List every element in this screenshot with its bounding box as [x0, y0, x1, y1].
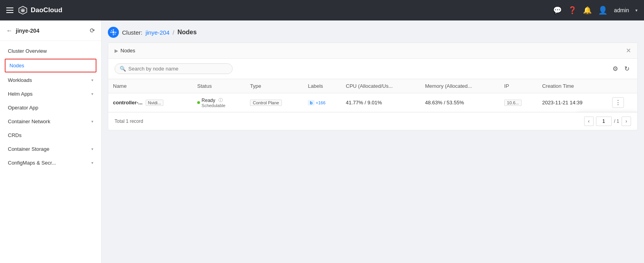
sidebar-menu: Cluster Overview Nodes Workloads ▾ Helm … [0, 41, 101, 173]
app-logo: DaoCloud [18, 6, 62, 15]
sidebar-item-label: Workloads [8, 77, 32, 83]
dropdown-menu: Check YAML Cordon GPU Mode Edit Labels E… [578, 112, 637, 112]
col-ip: IP [500, 79, 537, 93]
app-name: DaoCloud [31, 6, 62, 14]
search-bar: 🔍 ⚙ ↻ [108, 59, 637, 79]
svg-point-4 [113, 30, 114, 31]
refresh-icon[interactable]: ↻ [623, 63, 631, 74]
ip-tag: 10.6... [504, 100, 522, 106]
col-memory: Memory (Allocated... [420, 79, 500, 93]
page-input[interactable] [596, 117, 612, 126]
sidebar-item-cluster-overview[interactable]: Cluster Overview [0, 44, 101, 58]
sidebar-header: ← jinye-204 ⟳ [0, 20, 101, 41]
page-total: / 1 [614, 119, 619, 124]
navbar: DaoCloud 💬 ❓ 🔔 👤 admin ▾ [0, 0, 644, 20]
cell-type: Control Plane [245, 93, 303, 112]
breadcrumb-cluster-label: Cluster: [122, 29, 142, 36]
cell-cpu: 41.77% / 9.01% [341, 93, 420, 112]
pagination: ‹ / 1 › [584, 117, 631, 126]
cell-creation: 2023-11-21 14:39 [537, 93, 607, 112]
sidebar-item-crds[interactable]: CRDs [0, 128, 101, 142]
next-page-button[interactable]: › [622, 117, 631, 126]
prev-page-button[interactable]: ‹ [584, 117, 594, 126]
cell-ip: 10.6... [500, 93, 537, 112]
nodes-panel: ▶ Nodes ✕ 🔍 ⚙ ↻ [108, 43, 638, 130]
col-creation: Creation Time [537, 79, 607, 93]
search-input[interactable] [128, 66, 228, 72]
back-arrow-icon[interactable]: ← [6, 27, 13, 34]
type-tag: Control Plane [250, 100, 282, 106]
svg-point-3 [112, 31, 115, 33]
cell-name: controller-... Nvidi... [108, 93, 192, 112]
col-actions [607, 79, 637, 93]
sidebar-item-configmaps[interactable]: ConfigMaps & Secr... ▾ [0, 156, 101, 170]
section-title: Nodes [120, 48, 135, 54]
sidebar-item-label: ConfigMaps & Secr... [8, 160, 56, 166]
search-actions: ⚙ ↻ [611, 63, 631, 74]
chevron-down-icon: ▾ [91, 147, 93, 151]
help-icon[interactable]: ❓ [568, 6, 577, 15]
col-status: Status [192, 79, 245, 93]
close-icon[interactable]: ✕ [626, 47, 631, 54]
col-name: Name [108, 79, 192, 93]
breadcrumb-separator: / [173, 29, 174, 36]
sidebar-item-label: Operator App [8, 105, 38, 111]
total-records: Total 1 record [115, 119, 143, 124]
logo-icon [18, 6, 28, 15]
svg-point-8 [111, 30, 112, 31]
cell-actions: ⋮ Check YAML Cordon GPU Mode Edit Labels… [607, 93, 637, 112]
sidebar-item-operator-app[interactable]: Operator App [0, 101, 101, 115]
more-actions-button[interactable]: ⋮ [612, 97, 624, 108]
sidebar-cluster-name: jinye-204 [16, 28, 39, 34]
col-type: Type [245, 79, 303, 93]
status-info-icon[interactable]: ⓘ [218, 97, 223, 103]
sidebar-item-container-storage[interactable]: Container Storage ▾ [0, 142, 101, 156]
section-header[interactable]: ▶ Nodes ✕ [108, 43, 637, 59]
sidebar: ← jinye-204 ⟳ Cluster Overview Nodes Wor… [0, 20, 102, 263]
hamburger-menu[interactable] [6, 7, 13, 13]
cell-memory: 48.63% / 53.55% [420, 93, 500, 112]
search-input-wrap[interactable]: 🔍 [115, 63, 233, 74]
sidebar-item-label: Cluster Overview [8, 48, 47, 54]
search-icon: 🔍 [120, 66, 126, 72]
label-b: b [308, 100, 315, 106]
label-count[interactable]: +166 [316, 100, 326, 105]
table-row: controller-... Nvidi... Ready ⓘ [108, 93, 637, 112]
cell-labels: b +166 [303, 93, 341, 112]
svg-point-9 [115, 33, 116, 35]
settings-icon[interactable]: ⚙ [611, 63, 620, 74]
chat-icon[interactable]: 💬 [553, 6, 562, 15]
svg-point-7 [115, 32, 117, 33]
chevron-right-icon: ▶ [115, 48, 118, 54]
col-labels: Labels [303, 79, 341, 93]
breadcrumb-page: Nodes [178, 29, 197, 36]
chevron-down-icon: ▾ [91, 161, 93, 165]
status-dot [197, 101, 200, 104]
sidebar-item-nodes[interactable]: Nodes [5, 59, 96, 72]
chevron-down-icon: ▾ [91, 78, 93, 82]
sidebar-item-label: Nodes [9, 63, 24, 69]
sidebar-item-label: CRDs [8, 132, 22, 138]
sidebar-item-label: Container Storage [8, 146, 50, 152]
sidebar-item-label: Container Network [8, 119, 50, 124]
chevron-down-icon: ▾ [91, 119, 93, 124]
cell-status: Ready ⓘ Schedulable [192, 93, 245, 112]
table-footer: Total 1 record ‹ / 1 › [108, 112, 637, 130]
sidebar-item-container-network[interactable]: Container Network ▾ [0, 115, 101, 128]
admin-name: admin [614, 7, 629, 13]
sidebar-item-workloads[interactable]: Workloads ▾ [0, 73, 101, 87]
nodes-table: Name Status Type Labels CPU (Allocated/U… [108, 79, 637, 112]
sidebar-item-helm-apps[interactable]: Helm Apps ▾ [0, 87, 101, 101]
node-name[interactable]: controller-... [113, 100, 142, 106]
user-icon: 👤 [598, 6, 608, 15]
breadcrumb-cluster-name[interactable]: jinye-204 [146, 29, 170, 36]
sidebar-refresh-icon[interactable]: ⟳ [90, 27, 95, 34]
chevron-down-icon[interactable]: ▾ [635, 8, 638, 13]
bell-icon[interactable]: 🔔 [583, 6, 592, 15]
svg-point-6 [111, 32, 112, 33]
svg-point-5 [113, 34, 114, 35]
chevron-down-icon: ▾ [91, 92, 93, 96]
main-content: Cluster: jinye-204 / Nodes ▶ Nodes ✕ 🔍 [102, 20, 644, 263]
col-cpu: CPU (Allocated/Us... [341, 79, 420, 93]
cluster-icon [108, 27, 119, 38]
